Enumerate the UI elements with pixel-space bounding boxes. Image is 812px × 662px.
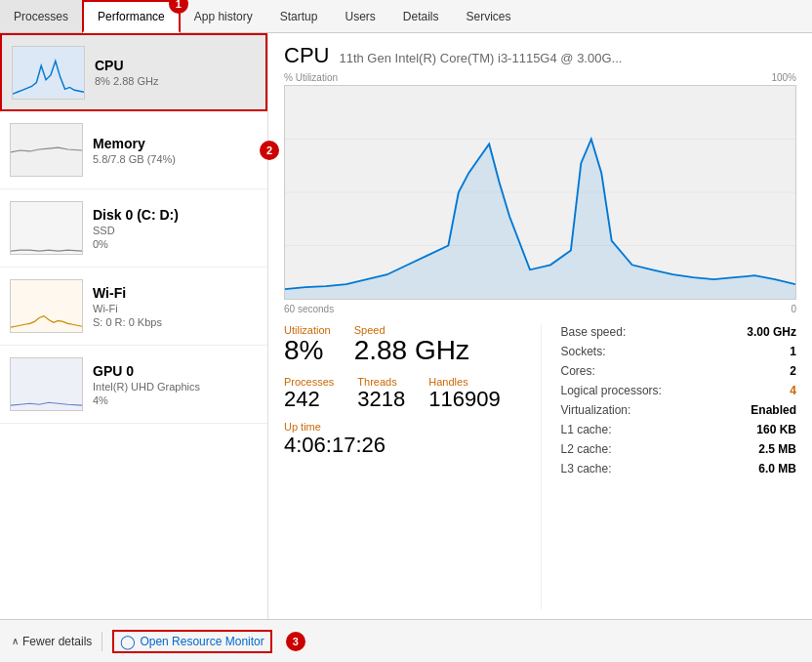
tab-users[interactable]: Users (331, 0, 388, 32)
tab-startup[interactable]: Startup (266, 0, 332, 32)
memory-thumbnail (10, 123, 83, 177)
sidebar-item-memory[interactable]: Memory 5.8/7.8 GB (74%) 2 (0, 111, 267, 189)
stat-l2-cache: L2 cache: 2.5 MB (561, 441, 797, 457)
wifi-thumbnail (10, 279, 83, 333)
gpu-thumbnail (10, 357, 83, 411)
cpu-resource-info: CPU 8% 2.88 GHz (95, 58, 256, 87)
tab-details[interactable]: Details (389, 0, 453, 32)
chart-time-labels: 60 seconds 0 (284, 304, 796, 314)
uptime-stat: Up time 4:06:17:26 (284, 421, 541, 458)
chart-axis-labels: % Utilization 100% (284, 72, 796, 83)
stat-logical-processors: Logical processors: 4 (561, 383, 797, 398)
speed-stat: Speed 2.88 GHz (354, 324, 469, 366)
stats-grid: Utilization 8% Speed 2.88 GHz Processes … (284, 324, 796, 609)
task-manager-window: Processes Performance 1 App history Star… (0, 0, 812, 662)
processes-threads-handles-group: Processes 242 Threads 3218 Handles 11690… (284, 376, 541, 411)
handles-stat: Handles 116909 (428, 376, 500, 411)
chevron-up-icon: ∧ (12, 636, 19, 646)
cpu-thumbnail (12, 46, 85, 100)
tab-services[interactable]: Services (453, 0, 525, 32)
annotation-2: 2 (260, 141, 279, 160)
processes-stat: Processes 242 (284, 376, 334, 411)
stat-sockets: Sockets: 1 (561, 344, 797, 359)
sidebar: CPU 8% 2.88 GHz Memory 5.8/7.8 GB (74%) … (0, 33, 268, 619)
footer: ∧ Fewer details ◯ Open Resource Monitor … (0, 619, 812, 662)
tab-app-history[interactable]: App history (181, 0, 266, 32)
stat-cores: Cores: 2 (561, 363, 797, 379)
gpu-resource-info: GPU 0 Intel(R) UHD Graphics 4% (93, 363, 258, 406)
sidebar-item-disk[interactable]: Disk 0 (C: D:) SSD 0% (0, 189, 267, 268)
stat-base-speed: Base speed: 3.00 GHz (561, 324, 797, 340)
stat-virtualization: Virtualization: Enabled (561, 402, 797, 418)
cpu-header: CPU 11th Gen Intel(R) Core(TM) i3-1115G4… (284, 43, 796, 68)
disk-thumbnail (10, 201, 83, 255)
cpu-chart (284, 85, 796, 300)
threads-stat: Threads 3218 (357, 376, 405, 411)
fewer-details-button[interactable]: ∧ Fewer details (12, 635, 92, 648)
disk-resource-info: Disk 0 (C: D:) SSD 0% (93, 207, 258, 250)
tab-processes[interactable]: Processes (0, 0, 82, 32)
tab-performance[interactable]: Performance 1 (82, 0, 181, 33)
open-resource-monitor-link[interactable]: ◯ Open Resource Monitor (112, 630, 271, 653)
stats-right: Base speed: 3.00 GHz Sockets: 1 Cores: 2… (541, 324, 797, 609)
stat-l3-cache: L3 cache: 6.0 MB (561, 461, 797, 476)
sidebar-item-cpu[interactable]: CPU 8% 2.88 GHz (0, 33, 267, 111)
utilization-speed-group: Utilization 8% Speed 2.88 GHz (284, 324, 541, 366)
main-content: CPU 8% 2.88 GHz Memory 5.8/7.8 GB (74%) … (0, 33, 812, 619)
annotation-3: 3 (286, 632, 305, 651)
tab-bar: Processes Performance 1 App history Star… (0, 0, 812, 33)
resource-monitor-icon: ◯ (120, 634, 136, 649)
cpu-detail-panel: CPU 11th Gen Intel(R) Core(TM) i3-1115G4… (268, 33, 812, 619)
wifi-resource-info: Wi-Fi Wi-Fi S: 0 R: 0 Kbps (93, 285, 258, 328)
utilization-stat: Utilization 8% (284, 324, 331, 366)
memory-resource-info: Memory 5.8/7.8 GB (74%) (93, 136, 258, 165)
sidebar-item-gpu[interactable]: GPU 0 Intel(R) UHD Graphics 4% (0, 346, 267, 424)
stats-left: Utilization 8% Speed 2.88 GHz Processes … (284, 324, 541, 609)
stat-l1-cache: L1 cache: 160 KB (561, 422, 797, 437)
sidebar-item-wifi[interactable]: Wi-Fi Wi-Fi S: 0 R: 0 Kbps (0, 268, 267, 346)
